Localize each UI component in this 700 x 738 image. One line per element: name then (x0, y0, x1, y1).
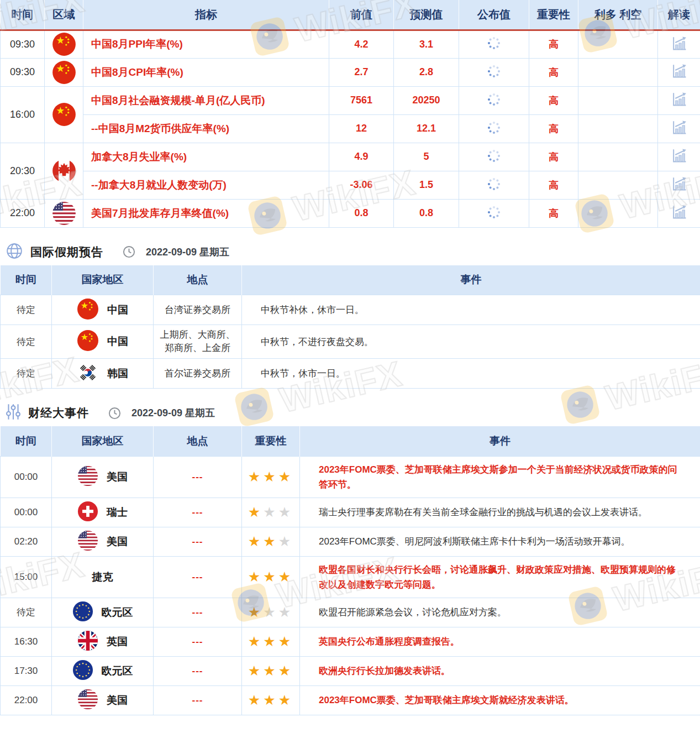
country-name: 英国 (107, 635, 128, 649)
interpret-cell[interactable] (658, 114, 700, 143)
bias-cell (578, 143, 658, 171)
indicator-cell[interactable]: --加拿大8月就业人数变动(万) (83, 171, 329, 199)
interpret-cell[interactable] (658, 86, 700, 114)
interpret-cell[interactable] (658, 199, 700, 227)
location-cell: --- (154, 556, 242, 598)
event-cell: 2023年FOMC票委、芝加哥联储主席埃文斯就经济发表讲话。 (300, 685, 700, 715)
chart-interpret-icon[interactable] (671, 213, 688, 222)
indicator-cell[interactable]: 加拿大8月失业率(%) (83, 143, 329, 171)
indicator-cell[interactable]: 中国8月CPI年率(%) (83, 58, 329, 86)
published-value-cell (459, 171, 529, 199)
globe-icon (6, 242, 23, 262)
switzerland-flag-icon (77, 501, 98, 524)
previous-value: 7561 (329, 86, 394, 114)
china-flag-icon (52, 109, 76, 118)
calendar-row: 22:00 美国7月批发库存月率终值(%)0.80.8高 (1, 199, 700, 227)
time-cell: 22:00 (1, 199, 45, 227)
event-cell: 中秋节，不进行夜盘交易。 (242, 325, 700, 359)
importance-cell: ★★★ (242, 498, 300, 527)
importance-stars: ★★★ (248, 634, 293, 649)
country-name: 瑞士 (107, 505, 128, 520)
holiday-row: 待定 中国上期所、大商所、郑商所、上金所中秋节，不进行夜盘交易。 (1, 325, 700, 359)
country-cell: 捷克 (52, 556, 154, 598)
interpret-cell[interactable] (658, 143, 700, 171)
economic-calendar-page: 时间区域指标前值预测值公布值重要性利多 利空解读 09:30 中国8月PPI年率… (0, 0, 700, 715)
china-flag-icon (52, 67, 76, 76)
region-cell (45, 58, 83, 86)
interpret-cell[interactable] (658, 30, 700, 58)
published-value-cell (459, 58, 529, 86)
country-cell: 中国 (52, 295, 154, 325)
calendar-table-header: 时间区域指标前值预测值公布值重要性利多 利空解读 (1, 0, 700, 30)
importance-cell: ★★★ (242, 685, 300, 715)
clock-icon (108, 407, 121, 420)
importance-stars: ★★★ (248, 469, 293, 484)
importance-cell: 高 (529, 30, 578, 58)
loading-spinner-icon (487, 127, 501, 137)
bias-cell (578, 171, 658, 199)
chart-interpret-icon[interactable] (671, 44, 688, 54)
calendar-col-interpret: 解读 (658, 0, 700, 30)
chart-interpret-icon[interactable] (671, 185, 688, 194)
country-name: 欧元区 (102, 664, 133, 678)
bias-cell (578, 58, 658, 86)
time-cell: 待定 (1, 359, 52, 389)
indicator-cell[interactable]: 中国8月社会融资规模-单月(亿人民币) (83, 86, 329, 114)
events-col-location: 地点 (154, 426, 242, 456)
importance-cell: ★★★ (242, 527, 300, 556)
country-name: 中国 (107, 303, 128, 317)
calendar-row: 09:30 中国8月CPI年率(%)2.72.8高 (1, 58, 700, 86)
calendar-row: --中国8月M2货币供应年率(%)1212.1高 (1, 114, 700, 143)
previous-value: -3.06 (329, 171, 394, 199)
chart-interpret-icon[interactable] (671, 100, 688, 109)
chart-interpret-icon[interactable] (671, 128, 688, 138)
location-cell: --- (154, 627, 242, 656)
published-value-cell (459, 30, 529, 58)
interpret-cell[interactable] (658, 171, 700, 199)
eu-flag-icon (72, 601, 93, 624)
forecast-value: 1.5 (394, 171, 459, 199)
bias-cell (578, 86, 658, 114)
indicator-cell[interactable]: 中国8月PPI年率(%) (83, 30, 329, 58)
importance-stars: ★★★ (248, 663, 293, 678)
forecast-value: 0.8 (394, 199, 459, 227)
country-name: 捷克 (92, 570, 113, 584)
events-col-time: 时间 (1, 426, 52, 456)
events-col-importance: 重要性 (242, 426, 300, 456)
location-cell: --- (154, 598, 242, 627)
country-cell: 美国 (52, 456, 154, 498)
chart-interpret-icon[interactable] (671, 156, 688, 166)
chart-interpret-icon[interactable] (671, 72, 688, 81)
loading-spinner-icon (487, 212, 501, 221)
previous-value: 0.8 (329, 199, 394, 227)
holiday-section-header: 国际假期预告 2022-09-09 星期五 (0, 239, 700, 265)
canada-flag-icon (52, 165, 76, 175)
event-cell: 2023年FOMC票委、明尼阿波利斯联储主席卡什卡利为一场活动致开幕词。 (300, 527, 700, 556)
time-cell: 16:30 (1, 627, 52, 656)
published-value-cell (459, 86, 529, 114)
interpret-cell[interactable] (658, 58, 700, 86)
china-flag-icon (52, 39, 76, 48)
importance-cell: 高 (529, 86, 578, 114)
published-value-cell (459, 143, 529, 171)
importance-stars: ★★★ (248, 692, 293, 708)
location-cell: 首尔证券交易所 (154, 359, 242, 389)
loading-spinner-icon (487, 43, 501, 52)
holiday-date: 2022-09-09 星期五 (146, 245, 229, 259)
event-row: 16:30 英国---★★★英国央行公布通胀程度调查报告。 (1, 627, 700, 656)
calendar-col-time: 时间 (1, 0, 45, 30)
country-cell: 中国 (52, 325, 154, 359)
bias-cell (578, 114, 658, 143)
bias-cell (578, 30, 658, 58)
published-value-cell (459, 114, 529, 143)
events-section-title: 财经大事件 (28, 405, 89, 421)
indicator-cell[interactable]: 美国7月批发库存月率终值(%) (83, 199, 329, 227)
korea-flag-icon (77, 362, 99, 386)
time-cell: 09:30 (1, 30, 45, 58)
indicator-cell[interactable]: --中国8月M2货币供应年率(%) (83, 114, 329, 143)
importance-cell: 高 (529, 199, 578, 227)
event-cell: 欧盟召开能源紧急会议，讨论危机应对方案。 (300, 598, 700, 627)
time-cell: 17:30 (1, 656, 52, 685)
importance-stars: ★★★ (248, 604, 293, 620)
importance-cell: 高 (529, 58, 578, 86)
